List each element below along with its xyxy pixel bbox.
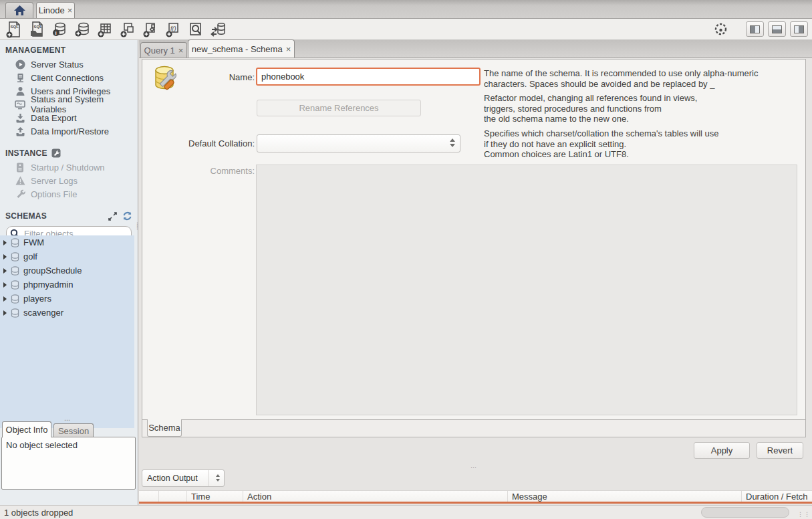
schema-name: scavenger	[23, 308, 63, 318]
resize-grip-icon[interactable]: ⋮⋮	[797, 511, 811, 518]
schema-editor-form: Name: The name of the schema. It is reco…	[142, 59, 806, 437]
schema-name: FWM	[23, 237, 44, 247]
create-schema-icon[interactable]	[72, 20, 92, 39]
column-header[interactable]	[159, 491, 187, 502]
toolbar-right-group	[714, 21, 808, 37]
svg-text:i: i	[55, 30, 57, 36]
expand-arrow-icon[interactable]	[3, 310, 7, 316]
sidebar-item-label: Status and System Variables	[31, 94, 138, 114]
connection-tab[interactable]: Linode ×	[36, 2, 75, 18]
object-panel-tabs: ⋯ Object Info Session	[0, 421, 138, 437]
expand-panel-icon[interactable]	[108, 212, 117, 221]
close-icon[interactable]: ×	[286, 45, 291, 54]
horizontal-scrollbar-thumb[interactable]	[701, 507, 789, 518]
expand-arrow-icon[interactable]	[3, 268, 7, 274]
column-header-duration[interactable]: Duration / Fetch	[742, 491, 812, 502]
svg-text:SQL: SQL	[11, 25, 19, 29]
main-toolbar: SQL SQL i	[0, 19, 812, 40]
column-header-time[interactable]: Time	[187, 491, 243, 502]
refresh-icon[interactable]	[122, 211, 132, 221]
apply-button[interactable]: Apply	[694, 442, 750, 459]
toggle-right-panel-icon[interactable]	[790, 21, 808, 37]
tab-object-info[interactable]: Object Info	[2, 421, 51, 437]
object-panel-splitter[interactable]: ⋯	[64, 417, 71, 423]
sidebar-item-label: Data Import/Restore	[31, 126, 109, 136]
wrench-icon	[15, 189, 25, 199]
rename-help-text: Refactor model, changing all references …	[484, 93, 803, 124]
reconnect-dbms-icon[interactable]	[209, 20, 229, 39]
schema-name: phpmyadmin	[23, 280, 73, 290]
default-collation-select[interactable]	[257, 134, 460, 152]
tab-session[interactable]: Session	[53, 423, 94, 437]
action-output-select[interactable]: Action Output	[142, 470, 225, 487]
close-icon[interactable]: ×	[178, 46, 184, 55]
name-help-text: The name of the schema. It is recommende…	[484, 68, 803, 89]
schema-row-players[interactable]: players	[0, 292, 134, 306]
editor-tab-bar: Query 1 × new_schema - Schema ×	[139, 40, 812, 58]
status-message: 1 objects dropped	[4, 508, 73, 518]
wrench-badge-icon	[51, 148, 61, 158]
warning-triangle-icon	[15, 175, 25, 186]
schema-name: groupSchedule	[23, 266, 82, 276]
sidebar-item-data-import[interactable]: Data Import/Restore	[0, 124, 138, 138]
sidebar-item-status-system-variables[interactable]: Status and System Variables	[0, 98, 138, 111]
sidebar-item-server-status[interactable]: Server Status	[0, 58, 138, 71]
spinner-arrows-icon	[450, 138, 455, 147]
tab-schema[interactable]: Schema	[147, 419, 182, 437]
instance-section-header: INSTANCE	[0, 143, 138, 161]
schema-icon	[11, 294, 19, 304]
home-icon	[14, 5, 25, 15]
expand-arrow-icon[interactable]	[3, 240, 7, 245]
schema-icon	[11, 308, 19, 318]
status-bar: 1 objects dropped ⋮⋮	[0, 505, 812, 519]
sidebar-item-server-logs: Server Logs	[0, 174, 138, 187]
schema-icon	[11, 252, 19, 262]
spinner-arrows-icon	[216, 474, 220, 482]
close-icon[interactable]: ×	[67, 6, 73, 15]
output-splitter[interactable]: ⋯	[470, 464, 477, 471]
schema-inspector-icon[interactable]: i	[49, 20, 70, 39]
schema-icon	[11, 280, 19, 290]
column-header-message[interactable]: Message	[508, 491, 742, 502]
svg-text:f(): f()	[170, 25, 176, 31]
open-sql-script-icon[interactable]: SQL	[27, 20, 47, 39]
collation-label: Default Collation:	[161, 138, 255, 148]
comments-textarea	[256, 165, 797, 415]
schema-name-input[interactable]	[256, 68, 481, 86]
schema-icon	[11, 266, 19, 276]
schema-row-golf[interactable]: golf	[0, 249, 134, 264]
play-circle-icon	[15, 59, 25, 70]
schema-row-fwm[interactable]: FWM	[0, 235, 134, 249]
sidebar-item-label: Data Export	[31, 113, 77, 123]
expand-arrow-icon[interactable]	[3, 254, 7, 260]
sidebar-item-label: Startup / Shutdown	[31, 163, 105, 173]
toggle-left-panel-icon[interactable]	[746, 21, 764, 37]
activity-indicator-icon	[714, 23, 727, 35]
home-tab[interactable]	[5, 2, 33, 18]
schema-row-phpmyadmin[interactable]: phpmyadmin	[0, 278, 134, 292]
management-section-header: MANAGEMENT	[0, 40, 138, 58]
create-procedure-icon[interactable]	[140, 20, 160, 39]
sidebar-item-label: Server Logs	[31, 176, 78, 186]
schema-row-groupschedule[interactable]: groupSchedule	[0, 264, 134, 278]
schema-row-scavenger[interactable]: scavenger	[0, 306, 134, 320]
sidebar-item-label: Server Status	[31, 60, 84, 70]
column-header-action[interactable]: Action	[243, 491, 508, 502]
expand-arrow-icon[interactable]	[3, 296, 7, 302]
tab-query-1[interactable]: Query 1 ×	[140, 42, 187, 58]
revert-button[interactable]: Revert	[757, 442, 803, 459]
sidebar: MANAGEMENT Server Status Client Connecti…	[0, 40, 138, 505]
create-view-icon[interactable]	[118, 20, 138, 39]
new-sql-tab-icon[interactable]: SQL	[4, 20, 24, 39]
output-grid-header: Time Action Message Duration / Fetch	[139, 490, 812, 504]
name-label: Name:	[174, 72, 255, 82]
toggle-bottom-panel-icon[interactable]	[768, 21, 786, 37]
search-icon[interactable]	[186, 20, 206, 39]
create-function-icon[interactable]: f()	[163, 20, 183, 39]
tab-new-schema[interactable]: new_schema - Schema ×	[188, 39, 295, 58]
column-header[interactable]	[139, 491, 159, 502]
create-table-icon[interactable]	[95, 20, 115, 39]
expand-arrow-icon[interactable]	[3, 282, 7, 288]
schema-name: golf	[23, 251, 37, 262]
sidebar-item-client-connections[interactable]: Client Connections	[0, 71, 138, 84]
